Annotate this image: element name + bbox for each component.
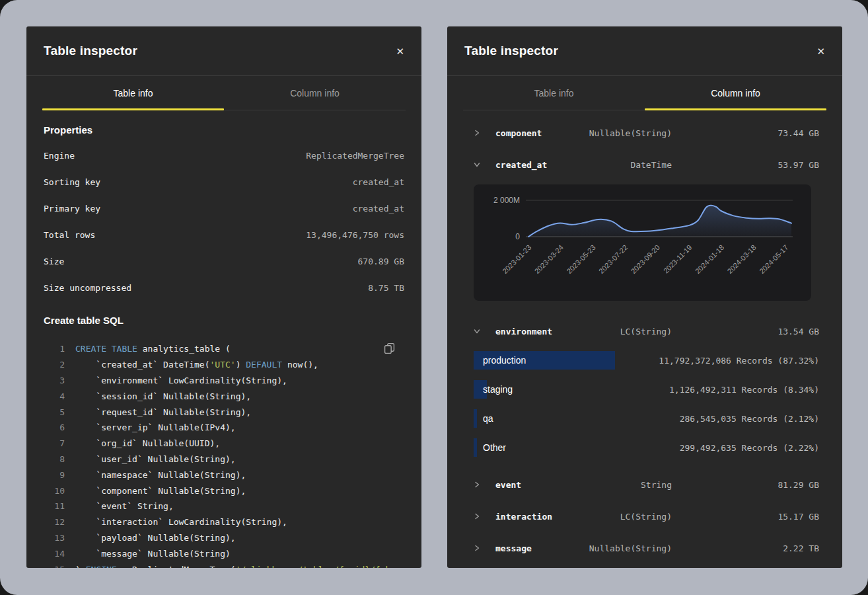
chevron-right-icon: [474, 513, 480, 520]
value-records: 11,792,372,086 Records (87.32%): [659, 356, 819, 366]
column-type: Nullable(String): [581, 128, 672, 138]
properties-list: EngineReplicatedMergeTreeSorting keycrea…: [44, 142, 404, 301]
app-background: Table inspector ✕ Table info Column info…: [0, 0, 868, 595]
sql-line: 11 `event` String,: [44, 498, 404, 514]
value-share-bar: [474, 438, 477, 457]
property-label: Sorting key: [44, 177, 100, 187]
properties-heading: Properties: [44, 124, 404, 136]
line-number: 10: [44, 486, 65, 496]
x-tick-label: 2023-03-24: [533, 243, 565, 275]
line-text: `namespace` Nullable(String),: [75, 470, 246, 480]
created-at-area-chart: 2 000M 0 2023-01-232023-03-242023-05-232…: [474, 184, 811, 301]
column-name: component: [495, 128, 581, 138]
line-number: 5: [44, 407, 65, 417]
close-button[interactable]: ✕: [816, 45, 825, 58]
sql-line: 8 `user_id` Nullable(String),: [44, 452, 404, 467]
column-size: 13.54 GB: [672, 327, 819, 337]
property-label: Size uncompressed: [44, 283, 131, 293]
tab-bar: Table info Column info: [463, 76, 826, 110]
line-text: `request_id` Nullable(String),: [75, 407, 251, 417]
copy-button[interactable]: [384, 342, 395, 356]
modal-header: Table inspector ✕: [26, 26, 421, 76]
env-value-row-qa: qa286,545,035 Records (2.12%): [474, 409, 819, 428]
tab-bar: Table info Column info: [42, 76, 406, 110]
env-value-row-other: Other299,492,635 Records (2.22%): [474, 438, 819, 457]
property-row: EngineReplicatedMergeTree: [44, 142, 404, 169]
tab-table-info[interactable]: Table info: [42, 76, 224, 110]
line-number: 9: [44, 470, 65, 480]
column-row-event[interactable]: eventString81.29 GB: [447, 469, 842, 500]
line-text: `created_at` DateTime('UTC') DEFAULT now…: [75, 360, 318, 370]
tab-column-info[interactable]: Column info: [645, 76, 826, 110]
x-tick-label: 2024-03-18: [726, 243, 758, 275]
tab-label: Table info: [534, 88, 574, 99]
property-value: 13,496,476,750 rows: [306, 230, 404, 240]
sql-line: 7 `org_id` Nullable(UUID),: [44, 436, 404, 452]
x-tick-label: 2023-05-23: [565, 243, 597, 275]
line-text: `message` Nullable(String): [75, 549, 231, 559]
column-type: LC(String): [581, 327, 672, 337]
line-text: `payload` Nullable(String),: [75, 533, 236, 543]
line-number: 15: [44, 565, 65, 568]
env-value-row-production: production11,792,372,086 Records (87.32%…: [474, 351, 819, 370]
sql-line: 2 `created_at` DateTime('UTC') DEFAULT n…: [44, 357, 404, 373]
env-value-row-staging: staging1,126,492,311 Records (8.34%): [474, 380, 819, 399]
line-number: 11: [44, 501, 65, 511]
sql-line: 4 `session_id` Nullable(String),: [44, 388, 404, 404]
close-icon: ✕: [396, 46, 404, 57]
column-row-environment[interactable]: environmentLC(String)13.54 GB: [447, 315, 842, 347]
line-number: 14: [44, 549, 65, 559]
tab-column-info[interactable]: Column info: [224, 76, 406, 110]
value-records: 1,126,492,311 Records (8.34%): [669, 385, 819, 395]
column-name: created_at: [495, 160, 581, 170]
modal-title: Table inspector: [464, 44, 558, 58]
column-type: DateTime: [581, 160, 672, 170]
chevron-right-icon: [474, 545, 480, 551]
sql-line: 6 `server_ip` Nullable(IPv4),: [44, 420, 404, 436]
sql-line: 13 `payload` Nullable(String),: [44, 530, 404, 546]
column-size: 53.97 GB: [672, 160, 819, 170]
sql-line: 9 `namespace` Nullable(String),: [44, 467, 404, 483]
line-number: 4: [44, 391, 65, 401]
sql-code-block: 1CREATE TABLE analytics_table (2 `create…: [44, 341, 404, 568]
value-share-bar: [474, 409, 477, 428]
chevron-down-icon: [474, 161, 480, 168]
line-text: `org_id` Nullable(UUID),: [75, 438, 220, 448]
line-text: `server_ip` Nullable(IPv4),: [75, 422, 236, 432]
sql-line: 3 `environment` LowCardinality(String),: [44, 373, 404, 389]
column-row-interaction[interactable]: interactionLC(String)15.17 GB: [447, 500, 842, 532]
sql-line: 15) ENGINE = ReplicatedMergeTree('/click…: [44, 561, 404, 568]
x-tick-label: 2024-01-18: [694, 243, 725, 275]
x-tick-label: 2023-07-22: [597, 243, 629, 275]
column-name: event: [495, 480, 581, 490]
value-records: 299,492,635 Records (2.22%): [680, 443, 819, 453]
modal-title: Table inspector: [44, 44, 137, 58]
close-button[interactable]: ✕: [396, 45, 404, 58]
tab-table-info[interactable]: Table info: [463, 76, 645, 110]
value-label: production: [483, 355, 526, 366]
line-text: `session_id` Nullable(String),: [75, 391, 251, 401]
x-tick-label: 2024-05-17: [758, 243, 789, 275]
property-value: 670.89 GB: [358, 257, 404, 266]
column-row-component[interactable]: componentNullable(String)73.44 GB: [447, 117, 842, 149]
chevron-right-icon: [474, 481, 480, 488]
column-row-message[interactable]: messageNullable(String)2.22 TB: [447, 532, 842, 564]
property-row: Total rows13,496,476,750 rows: [44, 221, 404, 248]
value-records: 286,545,035 Records (2.12%): [680, 414, 819, 424]
column-size: 81.29 GB: [672, 480, 819, 490]
column-size: 15.17 GB: [672, 512, 819, 522]
line-text: `interaction` LowCardinality(String),: [75, 517, 287, 527]
table-inspector-modal-left: Table inspector ✕ Table info Column info…: [26, 26, 421, 568]
column-type: Nullable(String): [581, 543, 672, 553]
modal-header: Table inspector ✕: [447, 26, 842, 76]
line-number: 12: [44, 517, 65, 527]
column-name: environment: [495, 327, 581, 337]
create-sql-heading: Create table SQL: [44, 315, 404, 327]
line-text: CREATE TABLE analytics_table (: [75, 344, 231, 354]
property-label: Total rows: [44, 230, 95, 240]
chevron-right-icon: [474, 130, 480, 136]
sql-lines: 1CREATE TABLE analytics_table (2 `create…: [44, 341, 404, 568]
x-tick-label: 2023-01-23: [501, 243, 532, 275]
column-row-created_at[interactable]: created_atDateTime53.97 GB: [447, 149, 842, 180]
table-info-content: Properties EngineReplicatedMergeTreeSort…: [26, 124, 421, 568]
